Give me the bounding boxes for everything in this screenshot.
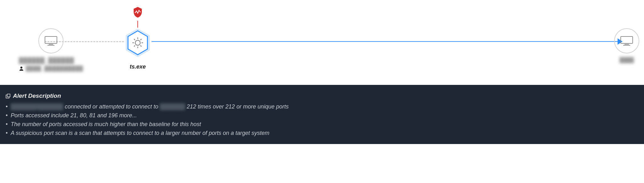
svg-marker-10	[128, 31, 147, 55]
redacted-target: ██████	[160, 103, 185, 110]
svg-rect-14	[623, 45, 630, 46]
svg-rect-0	[45, 36, 57, 43]
source-host-circle	[38, 28, 64, 53]
process-hexagon	[124, 28, 151, 58]
network-diagram: ██████_██████ ████_██████████	[0, 0, 644, 85]
source-username: ████_██████████	[26, 66, 83, 71]
svg-point-6	[137, 13, 138, 14]
svg-point-5	[136, 11, 137, 12]
alert-header: Alert Description	[6, 92, 638, 99]
svg-point-3	[20, 67, 22, 69]
badge-connector	[137, 21, 138, 28]
alert-line-0: ██████_██████ connected or attempted to …	[6, 103, 638, 111]
process-node[interactable]: ts.exe	[124, 6, 151, 70]
source-labels: ██████_██████ ████_██████████	[19, 57, 83, 71]
target-hostname: ████	[614, 57, 639, 63]
alert-line-2: The number of ports accessed is much hig…	[6, 120, 638, 129]
svg-point-7	[139, 10, 140, 11]
edge-process-target	[152, 41, 618, 42]
alert-bullet-list: ██████_██████ connected or attempted to …	[6, 103, 638, 138]
svg-rect-12	[621, 36, 633, 43]
user-icon	[19, 66, 24, 71]
svg-point-8	[140, 12, 141, 13]
monitor-icon	[44, 36, 58, 46]
popout-icon[interactable]	[6, 94, 10, 98]
alert-line-3: A suspicious port scan is a scan that at…	[6, 129, 638, 138]
source-host-node[interactable]: ██████_██████ ████_██████████	[19, 28, 83, 71]
alert-header-text: Alert Description	[13, 92, 61, 99]
threat-shield-icon	[133, 6, 143, 18]
monitor-icon	[620, 36, 633, 46]
svg-point-4	[135, 12, 136, 13]
target-host-circle	[614, 28, 639, 53]
svg-rect-2	[47, 45, 54, 46]
svg-rect-13	[625, 44, 629, 45]
redacted-host: ██████_██████	[11, 103, 63, 110]
source-hostname: ██████_██████	[19, 57, 74, 64]
target-host-node[interactable]: ████	[614, 28, 639, 63]
svg-rect-1	[49, 44, 53, 45]
svg-rect-16	[7, 94, 10, 97]
process-label: ts.exe	[124, 64, 151, 70]
alert-line-1: Ports accessed include 21, 80, 81 and 19…	[6, 111, 638, 120]
alert-description-panel: Alert Description ██████_██████ connecte…	[0, 85, 644, 144]
